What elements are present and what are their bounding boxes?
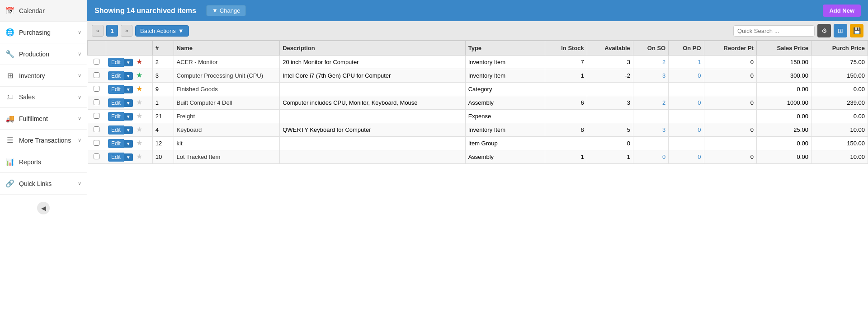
row-purch-price-5: 10.00 — [811, 123, 868, 137]
row-checkbox-4[interactable] — [94, 113, 99, 119]
row-on-so-0[interactable]: 2 — [633, 56, 668, 69]
row-type-6: Item Group — [465, 137, 545, 150]
edit-dropdown-7[interactable]: ▼ — [124, 153, 133, 161]
edit-dropdown-3[interactable]: ▼ — [124, 99, 133, 107]
row-reorder-pt-2 — [704, 83, 757, 96]
row-on-po-1[interactable]: 0 — [669, 69, 704, 83]
row-name-7[interactable]: Lot Tracked Item — [174, 150, 280, 164]
reports-icon: 📊 — [5, 158, 14, 166]
row-checkbox-cell-7 — [88, 150, 106, 164]
sidebar-item-calendar[interactable]: 📅 Calendar — [0, 0, 87, 22]
row-available-1: -2 — [587, 69, 633, 83]
row-num-7: 10 — [152, 150, 174, 164]
sidebar-item-purchasing[interactable]: 🌐 Purchasing ∨ — [0, 22, 87, 43]
row-checkbox-0[interactable] — [94, 59, 99, 65]
grid-view-button[interactable]: ⊞ — [834, 24, 847, 37]
row-name-3[interactable]: Built Computer 4 Dell — [174, 96, 280, 110]
row-in-stock-5: 8 — [545, 123, 587, 137]
settings-button[interactable]: ⚙ — [817, 24, 831, 37]
on-po-link-5[interactable]: 0 — [698, 126, 701, 133]
add-new-button[interactable]: Add New — [823, 5, 861, 17]
star-icon-6[interactable]: ★ — [136, 139, 142, 147]
row-name-5[interactable]: Keyboard — [174, 123, 280, 137]
on-so-link-3[interactable]: 2 — [662, 99, 665, 106]
calendar-icon: 📅 — [5, 6, 14, 15]
edit-cell-1: Edit▼ ★ — [106, 69, 153, 83]
col-header-in_stock: In Stock — [545, 41, 587, 56]
row-on-po-5[interactable]: 0 — [669, 123, 704, 137]
sidebar-label-quick-links: Quick Links — [19, 180, 78, 187]
quick-search-input[interactable] — [733, 25, 815, 37]
edit-dropdown-4[interactable]: ▼ — [124, 113, 133, 121]
row-type-1: Inventory Item — [465, 69, 545, 83]
row-on-so-5[interactable]: 3 — [633, 123, 668, 137]
row-checkbox-5[interactable] — [94, 126, 99, 132]
star-icon-0[interactable]: ★ — [136, 58, 142, 65]
row-checkbox-6[interactable] — [94, 140, 99, 146]
row-on-po-7[interactable]: 0 — [669, 150, 704, 164]
row-sales-price-7: 0.00 — [757, 150, 811, 164]
col-header-reorder_pt: Reorder Pt — [704, 41, 757, 56]
row-available-4 — [587, 110, 633, 123]
edit-dropdown-6[interactable]: ▼ — [124, 140, 133, 148]
row-name-6[interactable]: kit — [174, 137, 280, 150]
prev-page-button[interactable]: « — [92, 25, 104, 37]
change-button[interactable]: ▼ Change — [206, 5, 246, 16]
sidebar-item-inventory[interactable]: ⊞ Inventory ∨ — [0, 65, 87, 87]
edit-button-4[interactable]: Edit — [108, 112, 124, 121]
star-icon-3[interactable]: ★ — [136, 98, 142, 106]
row-name-1[interactable]: Computer Processing Unit (CPU) — [174, 69, 280, 83]
edit-button-5[interactable]: Edit — [108, 125, 124, 135]
sidebar-item-production[interactable]: 🔧 Production ∨ — [0, 43, 87, 65]
star-icon-5[interactable]: ★ — [136, 125, 142, 133]
row-name-0[interactable]: ACER - Monitor — [174, 56, 280, 69]
star-icon-2[interactable]: ★ — [136, 85, 142, 93]
current-page: 1 — [106, 25, 118, 37]
row-name-2[interactable]: Finished Goods — [174, 83, 280, 96]
on-po-link-3[interactable]: 0 — [698, 99, 701, 106]
table-row: Edit▼ ★10Lot Tracked ItemAssembly110000.… — [88, 150, 868, 164]
sidebar-item-quick-links[interactable]: 🔗 Quick Links ∨ — [0, 173, 87, 195]
row-checkbox-3[interactable] — [94, 99, 99, 105]
star-icon-7[interactable]: ★ — [136, 153, 142, 160]
row-checkbox-1[interactable] — [94, 72, 99, 78]
row-on-po-0[interactable]: 1 — [669, 56, 704, 69]
on-po-link-7[interactable]: 0 — [698, 153, 701, 160]
edit-button-7[interactable]: Edit — [108, 153, 124, 162]
edit-button-3[interactable]: Edit — [108, 98, 124, 107]
star-icon-4[interactable]: ★ — [136, 112, 142, 120]
row-on-so-3[interactable]: 2 — [633, 96, 668, 110]
edit-dropdown-0[interactable]: ▼ — [124, 59, 133, 66]
batch-actions-button[interactable]: Batch Actions ▼ — [135, 25, 189, 37]
row-name-4[interactable]: Freight — [174, 110, 280, 123]
edit-button-2[interactable]: Edit — [108, 85, 124, 94]
next-page-button[interactable]: » — [121, 25, 132, 37]
on-po-link-0[interactable]: 1 — [698, 59, 701, 65]
on-so-link-1[interactable]: 3 — [662, 72, 665, 79]
save-button[interactable]: 💾 — [850, 24, 863, 37]
sidebar-collapse-button[interactable]: ◀ — [37, 202, 50, 214]
edit-dropdown-2[interactable]: ▼ — [124, 86, 133, 93]
sidebar-item-fulfillment[interactable]: 🚚 Fulfillment ∨ — [0, 108, 87, 130]
on-so-link-0[interactable]: 2 — [662, 59, 665, 65]
col-header-available: Available — [587, 41, 633, 56]
on-po-link-1[interactable]: 0 — [698, 72, 701, 79]
sidebar-item-more-transactions[interactable]: ☰ More Transactions ∨ — [0, 130, 87, 151]
table-header: #NameDescriptionTypeIn StockAvailableOn … — [88, 41, 868, 56]
sidebar-item-reports[interactable]: 📊 Reports — [0, 151, 87, 173]
edit-dropdown-5[interactable]: ▼ — [124, 126, 133, 134]
items-table-container: #NameDescriptionTypeIn StockAvailableOn … — [87, 41, 868, 311]
row-checkbox-7[interactable] — [94, 153, 99, 159]
row-on-po-3[interactable]: 0 — [669, 96, 704, 110]
on-so-link-7[interactable]: 0 — [662, 153, 665, 160]
star-icon-1[interactable]: ★ — [136, 71, 142, 79]
on-so-link-5[interactable]: 3 — [662, 126, 665, 133]
row-on-so-1[interactable]: 3 — [633, 69, 668, 83]
edit-button-0[interactable]: Edit — [108, 58, 124, 67]
row-on-so-7[interactable]: 0 — [633, 150, 668, 164]
sidebar-item-sales[interactable]: 🏷 Sales ∨ — [0, 87, 87, 108]
edit-button-1[interactable]: Edit — [108, 71, 124, 80]
edit-button-6[interactable]: Edit — [108, 139, 124, 148]
row-checkbox-2[interactable] — [94, 86, 99, 92]
edit-dropdown-1[interactable]: ▼ — [124, 72, 133, 80]
